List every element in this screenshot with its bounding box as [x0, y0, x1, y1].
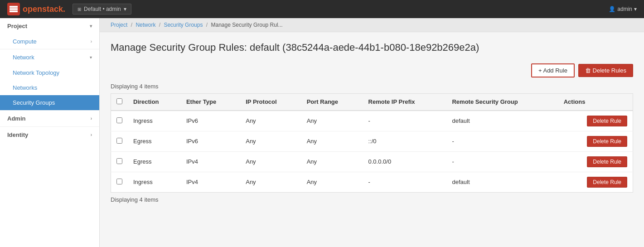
col-remote-security-group: Remote Security Group — [446, 93, 558, 111]
row-ip-protocol: Any — [240, 111, 301, 131]
table-row: Egress IPv4 Any Any 0.0.0.0/0 - Delete R… — [111, 151, 633, 172]
sidebar-section-identity[interactable]: Identity › — [0, 126, 99, 143]
row-ether-type: IPv4 — [181, 172, 240, 192]
breadcrumb-project[interactable]: Project — [111, 22, 127, 28]
toolbar: + Add Rule 🗑 Delete Rules — [111, 63, 633, 77]
delete-rule-button[interactable]: Delete Rule — [587, 136, 627, 147]
content-area: Manage Security Group Rules: default (38… — [100, 32, 644, 212]
sidebar-item-security-groups[interactable]: Security Groups — [0, 95, 99, 110]
row-remote-ip-prefix: - — [363, 111, 447, 131]
brand-logo[interactable]: openstack. — [7, 3, 65, 15]
row-select-checkbox[interactable] — [116, 158, 122, 164]
openstack-logo-icon — [7, 3, 20, 15]
col-ether-type: Ether Type — [181, 93, 240, 111]
chevron-down-icon: ▾ — [90, 24, 92, 29]
row-ether-type: IPv6 — [181, 131, 240, 151]
breadcrumb: Project / Network / Security Groups / Ma… — [100, 18, 644, 32]
trash-icon: 🗑 — [585, 67, 591, 74]
row-direction: Ingress — [128, 172, 181, 192]
row-checkbox — [111, 111, 128, 131]
breadcrumb-current: Manage Security Group Rul... — [211, 22, 283, 28]
project-selector[interactable]: ⊞ Default • admin ▾ — [73, 4, 131, 15]
row-remote-ip-prefix: - — [363, 172, 447, 192]
main-layout: Project ▾ Compute › Network ▾ Network To… — [0, 18, 644, 247]
row-port-range: Any — [301, 111, 363, 131]
row-port-range: Any — [301, 172, 363, 192]
row-remote-security-group: default — [446, 111, 558, 131]
row-remote-ip-prefix: ::/0 — [363, 131, 447, 151]
row-direction: Egress — [128, 131, 181, 151]
row-ip-protocol: Any — [240, 172, 301, 192]
table-display-count-top: Displaying 4 items — [111, 83, 633, 90]
row-port-range: Any — [301, 151, 363, 172]
delete-rule-button[interactable]: Delete Rule — [587, 116, 627, 126]
chevron-down-icon: ▾ — [90, 55, 92, 60]
col-remote-ip-prefix: Remote IP Prefix — [363, 93, 447, 111]
navbar-left: openstack. ⊞ Default • admin ▾ — [7, 3, 131, 15]
sidebar-item-networks[interactable]: Networks — [0, 80, 99, 95]
chevron-right-icon: › — [91, 132, 92, 137]
row-ether-type: IPv4 — [181, 151, 240, 172]
row-checkbox — [111, 151, 128, 172]
security-rules-table: Direction Ether Type IP Protocol Port Ra… — [111, 93, 633, 193]
table-row: Ingress IPv6 Any Any - default Delete Ru… — [111, 111, 633, 131]
row-direction: Ingress — [128, 111, 181, 131]
row-actions: Delete Rule — [558, 151, 633, 172]
chevron-right-icon: › — [91, 39, 92, 44]
page-title: Manage Security Group Rules: default (38… — [111, 41, 633, 54]
sidebar-item-network-topology[interactable]: Network Topology — [0, 65, 99, 80]
row-actions: Delete Rule — [558, 172, 633, 192]
row-remote-security-group: default — [446, 172, 558, 192]
svg-rect-2 — [10, 8, 18, 10]
sidebar-section-project[interactable]: Project ▾ — [0, 18, 99, 34]
sidebar-item-network[interactable]: Network ▾ — [0, 49, 99, 65]
main-content: Project / Network / Security Groups / Ma… — [100, 18, 644, 247]
row-checkbox — [111, 131, 128, 151]
sidebar-item-compute[interactable]: Compute › — [0, 34, 99, 49]
sidebar: Project ▾ Compute › Network ▾ Network To… — [0, 18, 100, 247]
row-remote-security-group: - — [446, 131, 558, 151]
table-row: Ingress IPv4 Any Any - default Delete Ru… — [111, 172, 633, 192]
row-actions: Delete Rule — [558, 131, 633, 151]
row-select-checkbox[interactable] — [116, 138, 122, 144]
col-port-range: Port Range — [301, 93, 363, 111]
breadcrumb-security-groups[interactable]: Security Groups — [164, 22, 203, 28]
row-ether-type: IPv6 — [181, 111, 240, 131]
col-ip-protocol: IP Protocol — [240, 93, 301, 111]
row-remote-ip-prefix: 0.0.0.0/0 — [363, 151, 447, 172]
svg-rect-1 — [10, 6, 18, 8]
col-direction: Direction — [128, 93, 181, 111]
sidebar-section-admin[interactable]: Admin › — [0, 110, 99, 126]
table-row: Egress IPv6 Any Any ::/0 - Delete Rule — [111, 131, 633, 151]
top-navbar: openstack. ⊞ Default • admin ▾ 👤 admin ▾ — [0, 0, 644, 18]
svg-rect-3 — [10, 10, 18, 12]
row-checkbox — [111, 172, 128, 192]
row-direction: Egress — [128, 151, 181, 172]
col-actions: Actions — [558, 93, 633, 111]
delete-rules-button[interactable]: 🗑 Delete Rules — [578, 64, 633, 77]
row-ip-protocol: Any — [240, 151, 301, 172]
user-menu[interactable]: 👤 admin ▾ — [609, 6, 637, 12]
row-actions: Delete Rule — [558, 111, 633, 131]
row-ip-protocol: Any — [240, 131, 301, 151]
delete-rule-button[interactable]: Delete Rule — [587, 177, 627, 188]
brand-text: openstack. — [23, 5, 65, 14]
row-select-checkbox[interactable] — [116, 117, 122, 123]
col-checkbox — [111, 93, 128, 111]
table-header-row: Direction Ether Type IP Protocol Port Ra… — [111, 93, 633, 111]
chevron-right-icon: › — [91, 116, 92, 121]
table-display-count-bottom: Displaying 4 items — [111, 196, 633, 203]
row-select-checkbox[interactable] — [116, 179, 122, 184]
row-port-range: Any — [301, 131, 363, 151]
row-remote-security-group: - — [446, 151, 558, 172]
add-rule-button[interactable]: + Add Rule — [531, 63, 575, 77]
breadcrumb-network[interactable]: Network — [136, 22, 155, 28]
select-all-checkbox[interactable] — [116, 98, 122, 104]
delete-rule-button[interactable]: Delete Rule — [587, 156, 627, 167]
